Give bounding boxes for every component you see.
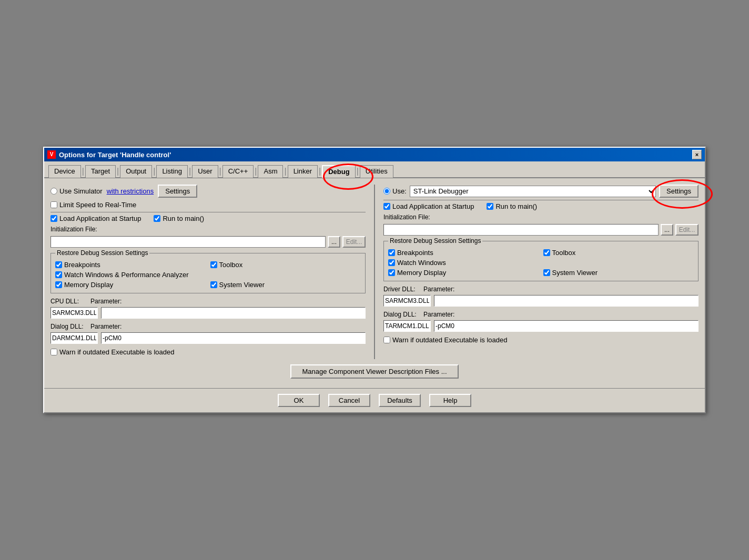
- left-init-file-row: ... Edit...: [50, 236, 366, 248]
- tab-target[interactable]: Target: [85, 165, 116, 178]
- right-init-file-input[interactable]: [383, 224, 659, 236]
- right-load-app-checkbox[interactable]: [383, 203, 390, 210]
- left-init-file-input[interactable]: [50, 236, 326, 248]
- right-restore-checkboxes: Breakpoints Toolbox Watch Windows: [388, 249, 694, 277]
- manage-btn-row: Manage Component Viewer Description File…: [50, 364, 699, 379]
- left-dialog-dll-input[interactable]: [50, 332, 98, 344]
- right-separator-1: [383, 200, 699, 200]
- cpu-dll-section: CPU DLL: Parameter:: [50, 298, 366, 319]
- left-toolbox-checkbox[interactable]: [210, 261, 217, 268]
- tab-linker[interactable]: Linker: [288, 165, 318, 178]
- debugger-dropdown[interactable]: ST-Link Debugger: [410, 186, 656, 197]
- right-watch-windows-checkbox[interactable]: [388, 259, 395, 266]
- right-column: Use: ST-Link Debugger Settings Load Appl…: [383, 185, 699, 359]
- cpu-dll-input[interactable]: [50, 307, 98, 319]
- left-run-to-main-checkbox[interactable]: [154, 215, 160, 222]
- right-dialog-param-label: Parameter:: [423, 311, 455, 318]
- app-icon: V: [47, 150, 56, 159]
- left-memory-display-label[interactable]: Memory Display: [55, 281, 206, 289]
- tab-listing[interactable]: Listing: [156, 165, 188, 178]
- left-load-app-row: Load Application at Startup Run to main(…: [50, 215, 366, 222]
- driver-param-input[interactable]: [434, 295, 699, 307]
- tab-debug[interactable]: Debug: [322, 165, 355, 178]
- driver-dll-label: Driver DLL:: [383, 286, 420, 293]
- close-button[interactable]: ×: [692, 150, 702, 159]
- simulator-settings-button[interactable]: Settings: [158, 185, 197, 198]
- limit-speed-label[interactable]: Limit Speed to Real-Time: [50, 201, 136, 209]
- right-memory-display-checkbox[interactable]: [388, 269, 395, 276]
- left-warn-label[interactable]: Warn if outdated Executable is loaded: [50, 348, 175, 356]
- limit-speed-checkbox[interactable]: [50, 201, 57, 208]
- left-dialog-param-input[interactable]: [101, 332, 366, 344]
- left-memory-display-checkbox[interactable]: [55, 281, 62, 288]
- left-breakpoints-checkbox[interactable]: [55, 261, 62, 268]
- use-radio[interactable]: [383, 188, 390, 195]
- simulator-label: Use Simulator: [59, 187, 103, 195]
- tab-cpp[interactable]: C/C++: [222, 165, 254, 178]
- left-dialog-dll-section: Dialog DLL: Parameter:: [50, 323, 366, 344]
- use-row: Use: ST-Link Debugger Settings: [383, 185, 699, 198]
- left-system-viewer-label[interactable]: System Viewer: [210, 281, 361, 289]
- right-edit-button[interactable]: Edit...: [675, 224, 699, 236]
- settings-circle: Settings: [659, 185, 699, 198]
- right-warn-checkbox[interactable]: [383, 337, 390, 343]
- left-breakpoints-label[interactable]: Breakpoints: [55, 261, 206, 269]
- bottom-buttons: OK Cancel Defaults Help: [44, 388, 705, 412]
- right-settings-button[interactable]: Settings: [659, 185, 699, 198]
- right-run-to-main-label[interactable]: Run to main(): [487, 202, 537, 210]
- right-breakpoints-label[interactable]: Breakpoints: [388, 249, 539, 257]
- right-watch-windows-label[interactable]: Watch Windows: [388, 259, 539, 267]
- right-dialog-param-input[interactable]: [434, 320, 699, 332]
- right-dialog-dll-section: Dialog DLL: Parameter:: [383, 311, 699, 332]
- right-system-viewer-checkbox[interactable]: [543, 269, 550, 276]
- column-divider: [374, 185, 375, 359]
- help-button[interactable]: Help: [429, 394, 471, 407]
- main-dialog: V Options for Target 'Handle control' × …: [43, 147, 706, 413]
- right-load-app-label[interactable]: Load Application at Startup: [383, 202, 474, 210]
- left-browse-button[interactable]: ...: [328, 236, 340, 248]
- tab-asm[interactable]: Asm: [258, 165, 283, 178]
- left-load-app-checkbox[interactable]: [50, 215, 57, 222]
- cpu-dll-labels-row: CPU DLL: Parameter:: [50, 298, 366, 305]
- right-memory-display-label[interactable]: Memory Display: [388, 269, 539, 277]
- right-warn-label[interactable]: Warn if outdated Executable is loaded: [383, 336, 508, 344]
- left-dialog-dll-values-row: [50, 332, 366, 344]
- right-system-viewer-label[interactable]: System Viewer: [543, 269, 694, 277]
- right-browse-button[interactable]: ...: [661, 224, 673, 236]
- left-watch-windows-label[interactable]: Watch Windows & Performance Analyzer: [55, 271, 361, 279]
- right-load-app-text: Load Application at Startup: [392, 202, 474, 210]
- tab-divider-4: |: [189, 165, 191, 177]
- right-warn-row: Warn if outdated Executable is loaded: [383, 336, 699, 344]
- simulator-radio-label[interactable]: Use Simulator: [50, 187, 103, 195]
- right-toolbox-checkbox[interactable]: [543, 249, 550, 256]
- left-warn-checkbox[interactable]: [50, 349, 57, 355]
- left-watch-windows-checkbox[interactable]: [55, 271, 62, 278]
- cpu-param-label: Parameter:: [90, 298, 122, 305]
- right-run-to-main-checkbox[interactable]: [487, 203, 493, 210]
- left-run-to-main-label[interactable]: Run to main(): [154, 215, 204, 222]
- simulator-radio[interactable]: [50, 188, 57, 195]
- driver-dll-input[interactable]: [383, 295, 431, 307]
- right-toolbox-label[interactable]: Toolbox: [543, 249, 694, 257]
- tab-utilities[interactable]: Utilities: [360, 165, 393, 178]
- left-edit-button[interactable]: Edit...: [342, 236, 366, 248]
- left-load-app-label[interactable]: Load Application at Startup: [50, 215, 141, 222]
- left-system-viewer-checkbox[interactable]: [210, 281, 217, 288]
- tab-user[interactable]: User: [192, 165, 218, 178]
- left-toolbox-label[interactable]: Toolbox: [210, 261, 361, 269]
- tab-device[interactable]: Device: [48, 165, 81, 178]
- right-dialog-dll-label: Dialog DLL:: [383, 311, 420, 318]
- cpu-param-input[interactable]: [101, 307, 366, 319]
- window-title: Options for Target 'Handle control': [59, 151, 171, 159]
- cancel-button[interactable]: Cancel: [328, 394, 370, 407]
- defaults-button[interactable]: Defaults: [379, 394, 421, 407]
- with-restrictions-link[interactable]: with restrictions: [107, 187, 154, 195]
- use-radio-label[interactable]: Use:: [383, 187, 407, 195]
- tab-output[interactable]: Output: [120, 165, 152, 178]
- right-breakpoints-checkbox[interactable]: [388, 249, 395, 256]
- right-dialog-dll-input[interactable]: [383, 320, 431, 332]
- ok-button[interactable]: OK: [278, 394, 320, 407]
- left-restore-group: Restore Debug Session Settings Breakpoin…: [50, 253, 366, 293]
- left-restore-checkboxes: Breakpoints Toolbox Watch Windows & Perf…: [55, 261, 361, 289]
- manage-component-button[interactable]: Manage Component Viewer Description File…: [290, 364, 458, 379]
